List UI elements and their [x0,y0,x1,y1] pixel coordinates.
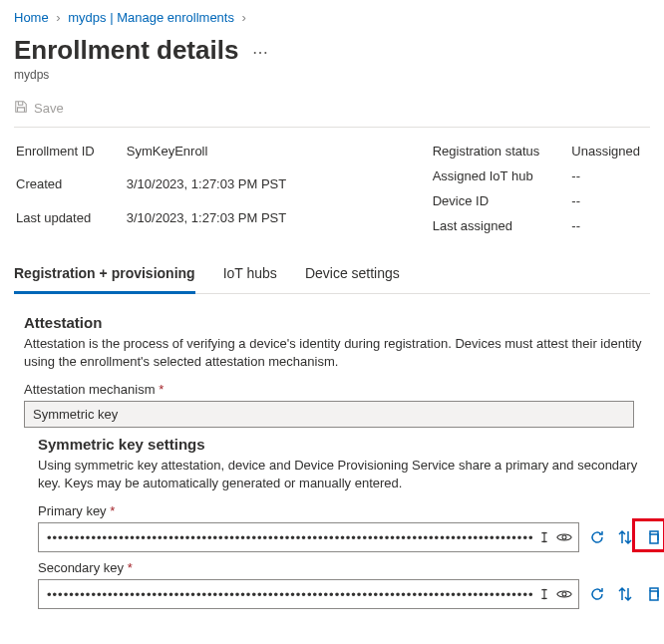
value-reg-status: Unassigned [571,140,648,162]
primary-key-masked-value: ••••••••••••••••••••••••••••••••••••••••… [47,530,534,545]
value-enrollment-id: SymKeyEnroll [127,140,294,170]
swap-icon[interactable] [616,584,634,604]
value-last-assigned: -- [571,214,648,237]
svg-point-2 [562,592,566,596]
breadcrumb-mid[interactable]: mydps | Manage enrollments [68,10,234,25]
cursor-icon[interactable] [534,584,554,604]
label-last-updated: Last updated [16,206,125,237]
value-last-updated: 3/10/2023, 1:27:03 PM PST [127,206,294,237]
label-reg-status: Registration status [433,140,570,162]
secondary-key-label: Secondary key * [38,560,646,575]
value-created: 3/10/2023, 1:27:03 PM PST [127,172,294,203]
save-button[interactable]: Save [34,101,64,116]
properties-right: Registration status Unassigned Assigned … [431,138,650,239]
copy-icon[interactable] [644,584,662,604]
secondary-key-masked-value: ••••••••••••••••••••••••••••••••••••••••… [47,587,534,602]
save-icon [14,100,28,117]
chevron-right-icon: › [56,10,60,25]
regenerate-icon[interactable] [589,584,607,604]
tab-bar: Registration + provisioning IoT hubs Dev… [14,259,650,294]
symmetric-key-heading: Symmetric key settings [38,436,646,453]
svg-rect-1 [650,534,658,543]
attestation-description: Attestation is the process of verifying … [24,335,646,370]
cursor-icon[interactable] [534,527,554,547]
tab-device-settings[interactable]: Device settings [305,259,400,293]
secondary-key-input[interactable]: ••••••••••••••••••••••••••••••••••••••••… [38,579,579,609]
swap-icon[interactable] [616,527,634,547]
page-title: Enrollment details [14,35,238,66]
value-assigned-hub: -- [571,164,648,187]
symmetric-key-description: Using symmetric key attestation, device … [38,457,646,491]
divider [14,127,650,128]
show-hide-icon[interactable] [554,584,574,604]
copy-icon[interactable] [644,527,662,547]
regenerate-icon[interactable] [589,527,607,547]
primary-key-label: Primary key * [38,503,646,518]
show-hide-icon[interactable] [554,527,574,547]
label-device-id: Device ID [433,189,570,212]
label-created: Created [16,172,125,203]
label-assigned-hub: Assigned IoT hub [433,164,570,187]
more-actions-button[interactable]: ⋯ [252,43,268,62]
value-device-id: -- [571,189,648,212]
tab-iot-hubs[interactable]: IoT hubs [223,259,277,293]
chevron-right-icon: › [242,10,246,25]
breadcrumb-home[interactable]: Home [14,10,49,25]
page-subtitle: mydps [14,68,650,82]
svg-point-0 [562,535,566,539]
attestation-heading: Attestation [24,314,646,331]
attestation-mechanism-label: Attestation mechanism * [24,382,646,397]
label-enrollment-id: Enrollment ID [16,140,125,170]
tab-registration-provisioning[interactable]: Registration + provisioning [14,259,195,294]
breadcrumb: Home › mydps | Manage enrollments › [14,10,650,25]
attestation-mechanism-value[interactable]: Symmetric key [24,401,634,428]
properties-panel: Enrollment ID SymKeyEnroll Created 3/10/… [14,138,650,239]
label-last-assigned: Last assigned [433,214,570,237]
svg-rect-3 [650,591,658,600]
properties-left: Enrollment ID SymKeyEnroll Created 3/10/… [14,138,296,239]
primary-key-input[interactable]: ••••••••••••••••••••••••••••••••••••••••… [38,522,579,552]
